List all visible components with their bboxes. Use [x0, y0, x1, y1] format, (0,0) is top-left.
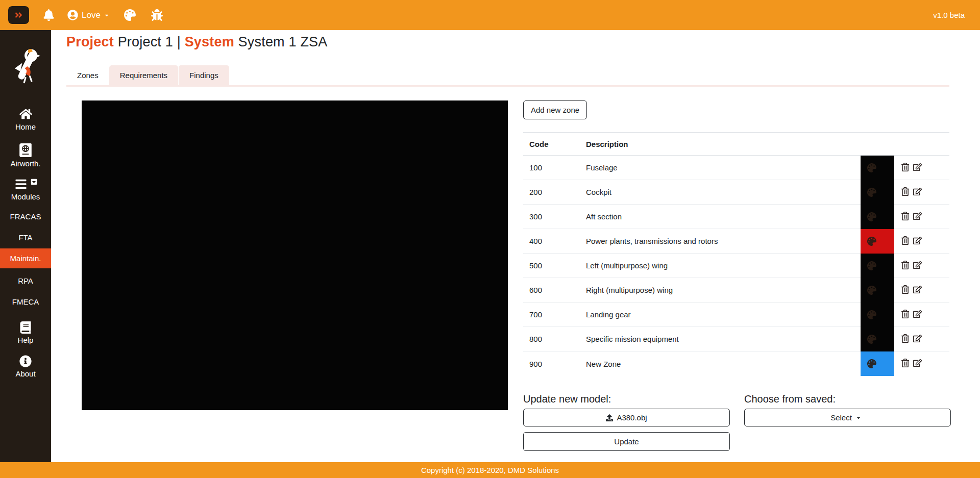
model-file-name: A380.obj [617, 413, 647, 422]
zone-color-swatch[interactable] [861, 278, 894, 303]
palette-icon[interactable] [124, 9, 136, 21]
zone-color-swatch[interactable] [861, 229, 894, 254]
edit-zone-button[interactable] [913, 212, 922, 222]
edit-zone-button[interactable] [913, 163, 922, 173]
trash-icon [901, 310, 910, 318]
delete-zone-button[interactable] [901, 187, 910, 197]
zones-table-header: Code Description [523, 132, 949, 156]
copyright-text: Copyright (c) 2018-2020, DMD Solutions [421, 466, 559, 474]
caret-down-icon [856, 415, 861, 420]
saved-model-select[interactable]: Select [744, 409, 951, 426]
zone-description: New Zone [586, 360, 861, 368]
sidebar-item-rpa[interactable]: RPA [0, 272, 51, 289]
model-file-button[interactable]: A380.obj [523, 409, 730, 426]
bug-icon[interactable] [151, 9, 163, 21]
zone-code: 700 [523, 310, 586, 319]
palette-icon [867, 335, 876, 344]
model-update-section: Update new model: A380.obj Update Choose… [523, 393, 949, 451]
table-row: 400 Power plants, transmissions and roto… [523, 229, 949, 254]
edit-zone-button[interactable] [913, 187, 922, 197]
zone-code: 500 [523, 261, 586, 270]
delete-zone-button[interactable] [901, 236, 910, 246]
update-model-button[interactable]: Update [523, 432, 730, 451]
delete-zone-button[interactable] [901, 310, 910, 320]
model-3d-viewport[interactable] [82, 100, 508, 410]
zones-table: Code Description 100 Fuselage 200 Cockpi… [523, 132, 949, 376]
edit-zone-button[interactable] [913, 261, 922, 271]
version-label: v1.0 beta [933, 11, 965, 19]
zone-color-swatch[interactable] [861, 156, 894, 180]
chevron-down-icon [104, 13, 109, 18]
trash-icon [901, 285, 910, 294]
trash-icon [901, 187, 910, 196]
edit-icon [913, 310, 922, 318]
add-new-zone-button[interactable]: Add new zone [523, 100, 587, 119]
zone-color-swatch[interactable] [861, 180, 894, 205]
sidebar-item-label: Modules [11, 192, 40, 201]
sidebar-item-help[interactable]: Help [0, 321, 51, 344]
sidebar-item-modules[interactable]: Modules [0, 178, 51, 201]
header-description: Description [586, 140, 861, 148]
delete-zone-button[interactable] [901, 285, 910, 295]
sidebar-toggle-button[interactable] [8, 6, 29, 24]
delete-zone-button[interactable] [901, 212, 910, 222]
zone-color-swatch[interactable] [861, 303, 894, 327]
table-row: 500 Left (multipurpose) wing [523, 254, 949, 278]
app-window: Love v1.0 beta Home Airworth. [0, 0, 980, 478]
sidebar-item-fracas[interactable]: FRACAS [0, 208, 51, 225]
table-row: 200 Cockpit [523, 180, 949, 205]
trash-icon [901, 359, 910, 367]
zone-color-swatch[interactable] [861, 254, 894, 278]
edit-icon [913, 187, 922, 196]
zone-description: Specific mission equipment [586, 335, 861, 343]
delete-zone-button[interactable] [901, 359, 910, 369]
edit-zone-button[interactable] [913, 334, 922, 344]
update-model-label: Update new model: [523, 393, 730, 405]
tab-findings[interactable]: Findings [178, 65, 229, 85]
system-name: System 1 ZSA [238, 34, 328, 49]
edit-icon [913, 261, 922, 269]
sidebar-item-label: Home [15, 122, 36, 131]
bell-icon[interactable] [43, 9, 55, 21]
delete-zone-button[interactable] [901, 334, 910, 344]
edit-icon [913, 236, 922, 245]
edit-zone-button[interactable] [913, 359, 922, 369]
zone-description: Right (multipurpose) wing [586, 286, 861, 294]
header-code: Code [523, 140, 586, 148]
zones-panel: Add new zone Code Description 100 Fusela… [523, 100, 949, 451]
tab-requirements[interactable]: Requirements [109, 65, 178, 85]
edit-icon [913, 359, 922, 367]
tab-zones[interactable]: Zones [66, 65, 109, 85]
edit-zone-button[interactable] [913, 310, 922, 320]
sidebar-item-about[interactable]: About [0, 355, 51, 378]
tab-bar: Zones Requirements Findings [66, 65, 949, 87]
edit-icon [913, 334, 922, 343]
sidebar-item-fmeca[interactable]: FMECA [0, 293, 51, 310]
bars-icon [14, 178, 28, 190]
user-circle-icon [67, 10, 78, 20]
zone-color-swatch[interactable] [861, 205, 894, 229]
zone-color-swatch[interactable] [861, 327, 894, 351]
sidebar-item-home[interactable]: Home [0, 108, 51, 131]
delete-zone-button[interactable] [901, 261, 910, 271]
trash-icon [901, 212, 910, 220]
sidebar-item-fta[interactable]: FTA [0, 229, 51, 246]
title-divider: | [177, 34, 181, 49]
system-label: System [185, 34, 234, 49]
sidebar-item-maintainability[interactable]: Maintain. [0, 248, 51, 268]
zone-code: 100 [523, 163, 586, 172]
trash-icon [901, 334, 910, 343]
angle-double-right-icon [14, 11, 23, 19]
zone-code: 300 [523, 212, 586, 221]
palette-icon [867, 212, 876, 221]
user-menu[interactable]: Love [67, 10, 109, 20]
edit-zone-button[interactable] [913, 285, 922, 295]
zone-description: Aft section [586, 212, 861, 221]
footer: Copyright (c) 2018-2020, DMD Solutions [0, 462, 980, 478]
palette-icon [867, 359, 876, 368]
sidebar-item-airworthiness[interactable]: Airworth. [0, 143, 51, 168]
zone-color-swatch[interactable] [861, 351, 894, 376]
edit-zone-button[interactable] [913, 236, 922, 246]
sidebar-item-label: Help [18, 336, 34, 344]
delete-zone-button[interactable] [901, 163, 910, 173]
